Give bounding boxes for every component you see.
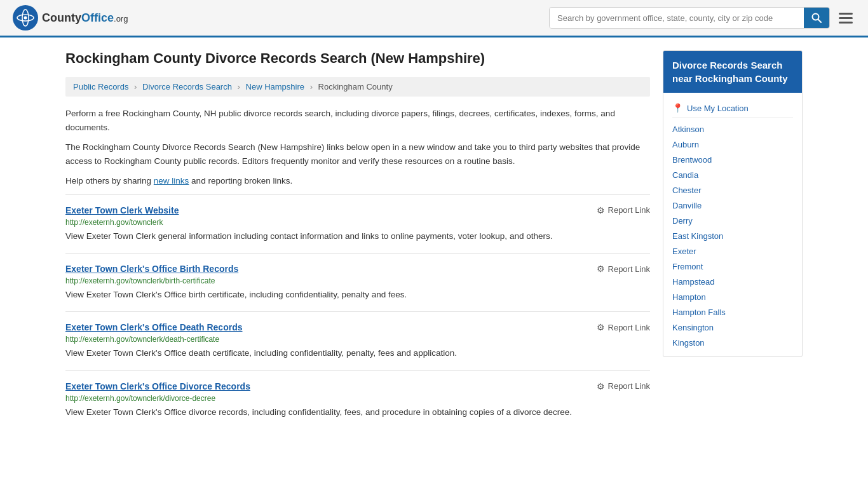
records-list: Exeter Town Clerk Website ⚙ Report Link … [65, 194, 650, 429]
record-title[interactable]: Exeter Town Clerk's Office Birth Records [65, 264, 238, 274]
report-label: Report Link [608, 381, 650, 391]
breadcrumb-divorce-records[interactable]: Divorce Records Search [142, 82, 232, 92]
sidebar-link-item: Kingston [672, 335, 793, 350]
sidebar-link-item: Exeter [672, 243, 793, 259]
sidebar-city-link[interactable]: Atkinson [672, 125, 704, 134]
sidebar-city-link[interactable]: Chester [672, 186, 702, 195]
sidebar-city-link[interactable]: Candia [672, 170, 698, 180]
new-links-link[interactable]: new links [154, 176, 189, 186]
description-3: Help others by sharing new links and rep… [65, 174, 650, 188]
report-label: Report Link [608, 323, 650, 332]
sidebar-link-item: Kensington [672, 320, 793, 335]
sidebar-city-link[interactable]: East Kingston [672, 231, 723, 241]
site-header: CountyOffice.org [0, 0, 868, 37]
sidebar-city-link[interactable]: Exeter [672, 247, 696, 256]
menu-button[interactable] [836, 10, 855, 26]
report-link-button[interactable]: ⚙ Report Link [597, 264, 650, 274]
sidebar-city-link[interactable]: Hampton [672, 292, 706, 302]
record-description: View Exeter Town Clerk's Office divorce … [65, 406, 650, 419]
record-title[interactable]: Exeter Town Clerk's Office Divorce Recor… [65, 381, 250, 391]
location-icon: 📍 [672, 103, 683, 113]
sidebar-link-item: Hampton Falls [672, 304, 793, 320]
record-header: Exeter Town Clerk's Office Death Records… [65, 322, 650, 332]
record-description: View Exeter Town Clerk general informati… [65, 230, 650, 243]
sidebar-links-list: AtkinsonAuburnBrentwoodCandiaChesterDanv… [672, 121, 793, 350]
record-url: http://exeternh.gov/townclerk [65, 218, 650, 227]
report-link-button[interactable]: ⚙ Report Link [597, 322, 650, 332]
svg-line-5 [818, 20, 822, 23]
use-location-label: Use My Location [687, 104, 749, 113]
sidebar-link-item: Fremont [672, 259, 793, 274]
search-button[interactable] [804, 8, 829, 28]
record-title[interactable]: Exeter Town Clerk's Office Death Records [65, 322, 243, 332]
sidebar-city-link[interactable]: Auburn [672, 140, 699, 149]
record-entry: Exeter Town Clerk's Office Divorce Recor… [65, 370, 650, 429]
logo-text: CountyOffice.org [42, 11, 128, 25]
sidebar-city-link[interactable]: Hampton Falls [672, 308, 726, 317]
sidebar-city-link[interactable]: Brentwood [672, 155, 712, 165]
sidebar-link-item: East Kingston [672, 228, 793, 243]
report-link-button[interactable]: ⚙ Report Link [597, 381, 650, 391]
breadcrumb-rockingham: Rockingham County [318, 82, 393, 92]
record-entry: Exeter Town Clerk's Office Birth Records… [65, 253, 650, 311]
breadcrumb-public-records[interactable]: Public Records [73, 82, 128, 92]
sidebar-body: 📍 Use My Location AtkinsonAuburnBrentwoo… [663, 93, 802, 356]
record-entry: Exeter Town Clerk's Office Death Records… [65, 311, 650, 370]
sidebar-city-link[interactable]: Derry [672, 216, 693, 226]
logo-area: CountyOffice.org [13, 5, 128, 30]
sidebar-link-item: Chester [672, 182, 793, 198]
search-input[interactable] [550, 8, 804, 28]
report-icon: ⚙ [597, 381, 605, 391]
breadcrumb-new-hampshire[interactable]: New Hampshire [246, 82, 304, 92]
record-entry: Exeter Town Clerk Website ⚙ Report Link … [65, 194, 650, 253]
search-bar [549, 7, 830, 29]
sidebar-header: Divorce Records Search near Rockingham C… [663, 51, 802, 93]
report-link-button[interactable]: ⚙ Report Link [597, 205, 650, 215]
sidebar-link-item: Hampstead [672, 274, 793, 289]
sidebar-city-link[interactable]: Hampstead [672, 277, 714, 287]
svg-point-3 [24, 17, 27, 20]
description-2: The Rockingham County Divorce Records Se… [65, 140, 650, 168]
record-header: Exeter Town Clerk's Office Birth Records… [65, 264, 650, 274]
sidebar: Divorce Records Search near Rockingham C… [663, 50, 803, 429]
report-icon: ⚙ [597, 264, 605, 274]
page-title: Rockingham County Divorce Records Search… [65, 50, 650, 67]
sidebar-box: Divorce Records Search near Rockingham C… [663, 50, 803, 357]
record-url: http://exeternh.gov/townclerk/divorce-de… [65, 394, 650, 403]
sidebar-link-item: Auburn [672, 137, 793, 152]
description-1: Perform a free Rockingham County, NH pub… [65, 107, 650, 134]
record-title[interactable]: Exeter Town Clerk Website [65, 205, 179, 215]
report-icon: ⚙ [597, 205, 605, 215]
record-url: http://exeternh.gov/townclerk/birth-cert… [65, 276, 650, 285]
sidebar-link-item: Hampton [672, 289, 793, 304]
sidebar-city-link[interactable]: Danville [672, 201, 702, 210]
main-container: Rockingham County Divorce Records Search… [53, 37, 815, 442]
sidebar-link-item: Atkinson [672, 121, 793, 137]
use-location-button[interactable]: 📍 Use My Location [672, 99, 793, 118]
sidebar-link-item: Danville [672, 198, 793, 213]
report-icon: ⚙ [597, 322, 605, 332]
record-description: View Exeter Town Clerk's Office death ce… [65, 347, 650, 360]
logo-icon [13, 5, 38, 30]
report-label: Report Link [608, 205, 650, 215]
sidebar-link-item: Brentwood [672, 152, 793, 167]
sidebar-city-link[interactable]: Fremont [672, 262, 703, 271]
header-controls [549, 7, 855, 29]
sidebar-link-item: Candia [672, 167, 793, 182]
record-url: http://exeternh.gov/townclerk/death-cert… [65, 335, 650, 344]
sidebar-link-item: Derry [672, 213, 793, 228]
sidebar-city-link[interactable]: Kensington [672, 323, 714, 332]
breadcrumb: Public Records › Divorce Records Search … [65, 77, 650, 97]
content-area: Rockingham County Divorce Records Search… [65, 50, 650, 429]
report-label: Report Link [608, 264, 650, 274]
sidebar-city-link[interactable]: Kingston [672, 338, 705, 348]
record-description: View Exeter Town Clerk's Office birth ce… [65, 288, 650, 301]
record-header: Exeter Town Clerk Website ⚙ Report Link [65, 205, 650, 215]
record-header: Exeter Town Clerk's Office Divorce Recor… [65, 381, 650, 391]
